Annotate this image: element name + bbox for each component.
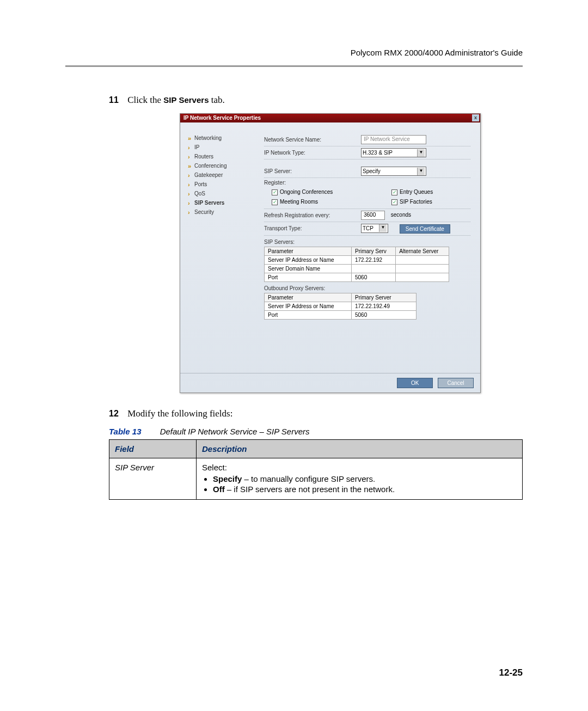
dialog-ip-network-service-props: IP Network Service Properties x Networki… — [180, 113, 481, 393]
checkbox-label: SIP Factories — [400, 199, 432, 205]
step-11: 11 Click the SIP Servers tab. — [109, 95, 523, 106]
chevron-down-icon: ▼ — [417, 149, 425, 157]
cell-param: Server Domain Name — [265, 264, 352, 273]
table-13: Field Description SIP Server Select: Spe… — [109, 439, 523, 500]
sidebar-item-label: Security — [194, 209, 214, 215]
cell-value[interactable]: 5060 — [352, 273, 396, 281]
sidebar-item-ports[interactable]: Ports — [188, 180, 247, 189]
cell-value[interactable] — [396, 273, 449, 281]
label-sip-servers-list: SIP Servers: — [264, 236, 470, 247]
checkbox-label: Entry Queues — [400, 189, 433, 195]
dialog-titlebar: IP Network Service Properties x — [180, 114, 480, 122]
label-outbound-proxy: Outbound Proxy Servers: — [264, 282, 470, 293]
cell-value[interactable]: 172.22.192.49 — [352, 302, 416, 310]
cell-value[interactable]: 5060 — [352, 310, 416, 319]
chevron-down-icon: ▼ — [379, 224, 387, 232]
cell-param: Server IP Address or Name — [265, 255, 352, 264]
desc-rest: – if SIP servers are not present in the … — [225, 485, 395, 494]
sidebar-item-label: SIP Servers — [194, 200, 224, 206]
desc-bold: Off — [213, 485, 225, 494]
cell-value[interactable] — [396, 264, 449, 273]
table-sip-servers: Parameter Primary Serv Alternate Server … — [264, 247, 449, 282]
desc-lead: Select: — [202, 463, 227, 472]
sidebar-item-label: QoS — [194, 191, 205, 197]
desc-bold: Specify — [213, 474, 242, 483]
input-refresh-reg[interactable]: 3600 — [361, 211, 385, 220]
desc-rest: – to manually configure SIP servers. — [242, 474, 375, 483]
label-transport-type: Transport Type: — [264, 225, 361, 231]
page-number: 12-25 — [499, 667, 523, 678]
label-refresh-reg: Refresh Registration every: — [264, 212, 361, 218]
th-description: Description — [197, 440, 523, 458]
sidebar-item-security[interactable]: Security — [188, 207, 247, 217]
sidebar-item-label: Ports — [194, 181, 207, 187]
cell-param: Port — [265, 273, 352, 281]
table-outbound-proxy: Parameter Primary Server Server IP Addre… — [264, 293, 416, 320]
checkbox-sip-factories[interactable]: ✓SIP Factories — [391, 199, 432, 205]
step-12-text: Modify the following fields: — [127, 408, 232, 419]
cell-value[interactable] — [396, 255, 449, 264]
step-11-prefix: Click the — [127, 95, 163, 105]
desc-bullet: Specify – to manually configure SIP serv… — [213, 474, 517, 483]
chevron-down-icon: ▼ — [417, 168, 425, 175]
cell-param: Port — [265, 310, 352, 319]
sidebar-item-sip-servers[interactable]: SIP Servers — [188, 198, 247, 207]
step-11-bold: SIP Servers — [163, 95, 209, 105]
row-cb-1: ✓Ongoing Conferences ✓Entry Queues — [264, 187, 470, 197]
select-transport-type[interactable]: TCP▼ — [361, 224, 388, 233]
dialog-footer: OK Cancel — [180, 373, 480, 393]
step-12: 12 Modify the following fields: — [109, 408, 523, 419]
row-sip-server: SIP Server: Specify▼ — [264, 165, 470, 178]
desc-bullet: Off – if SIP servers are not present in … — [213, 485, 517, 494]
table-label: Table 13 — [109, 427, 141, 436]
checkbox-label: Ongoing Conferences — [280, 189, 333, 195]
cell-field-name: SIP Server — [109, 458, 197, 500]
row-net-service-name: Network Service Name: IP Network Service — [264, 133, 470, 146]
row-refresh-reg: Refresh Registration every: 3600 seconds — [264, 209, 470, 222]
label-register: Register: — [264, 180, 361, 186]
cell-value[interactable] — [352, 264, 396, 273]
cancel-button[interactable]: Cancel — [438, 378, 474, 388]
sidebar-item-conferencing[interactable]: Conferencing — [188, 161, 247, 170]
cell-param: Server IP Address or Name — [265, 302, 352, 310]
row-cb-2: ✓Meeting Rooms ✓SIP Factories — [264, 197, 470, 209]
th-field: Field — [109, 440, 197, 458]
select-ip-network-type[interactable]: H.323 & SIP▼ — [361, 148, 426, 157]
select-value: Specify — [363, 168, 381, 174]
checkbox-meeting-rooms[interactable]: ✓Meeting Rooms — [272, 199, 359, 205]
dialog-sidebar: Networking IP Routers Conferencing Gatek… — [180, 122, 249, 373]
sidebar-item-ip[interactable]: IP — [188, 143, 247, 152]
sidebar-item-label: IP — [194, 144, 199, 150]
step-12-num: 12 — [109, 409, 125, 419]
table-13-caption: Table 13 Default IP Network Service – SI… — [109, 427, 523, 436]
sidebar-item-routers[interactable]: Routers — [188, 152, 247, 161]
select-sip-server[interactable]: Specify▼ — [361, 167, 426, 176]
label-ip-network-type: IP Network Type: — [264, 150, 361, 156]
checkbox-label: Meeting Rooms — [280, 199, 318, 205]
label-seconds: seconds — [391, 212, 411, 218]
row-ip-network-type: IP Network Type: H.323 & SIP▼ — [264, 146, 470, 160]
th-parameter: Parameter — [265, 293, 352, 302]
select-value: TCP — [363, 225, 373, 231]
cell-description: Select: Specify – to manually configure … — [197, 458, 523, 500]
close-icon[interactable]: x — [472, 114, 479, 121]
sidebar-item-label: Gatekeeper — [194, 172, 223, 178]
sidebar-item-qos[interactable]: QoS — [188, 189, 247, 198]
step-11-suffix: tab. — [209, 95, 224, 105]
sidebar-item-gatekeeper[interactable]: Gatekeeper — [188, 170, 247, 180]
table-caption-text: Default IP Network Service – SIP Servers — [160, 427, 310, 436]
checkbox-entry-queues[interactable]: ✓Entry Queues — [391, 189, 433, 195]
ok-button[interactable]: OK — [397, 378, 433, 388]
th-alternate: Alternate Server — [396, 247, 449, 255]
th-primary: Primary Server — [352, 293, 416, 302]
cell-value[interactable]: 172.22.192 — [352, 255, 396, 264]
label-net-service-name: Network Service Name: — [264, 137, 361, 143]
button-send-certificate[interactable]: Send Certificate — [400, 224, 450, 234]
sidebar-item-label: Routers — [194, 154, 213, 160]
step-11-num: 11 — [109, 95, 125, 105]
select-value: H.323 & SIP — [363, 150, 393, 156]
sidebar-item-networking[interactable]: Networking — [188, 133, 247, 143]
checkbox-ongoing-conferences[interactable]: ✓Ongoing Conferences — [272, 189, 359, 195]
input-net-service-name[interactable]: IP Network Service — [361, 135, 426, 144]
th-primary: Primary Serv — [352, 247, 396, 255]
